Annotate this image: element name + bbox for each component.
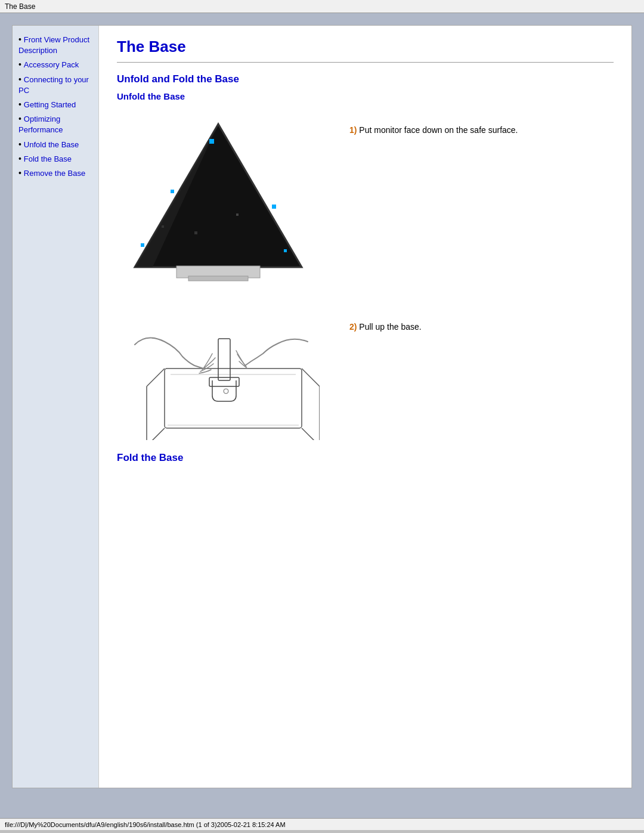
svg-line-16 xyxy=(147,428,165,440)
svg-rect-22 xyxy=(218,339,230,380)
base-image-area xyxy=(117,309,332,440)
nav-item-accessory: Accessory Pack xyxy=(18,60,92,70)
nav-item-optimizing: Optimizing Performance xyxy=(18,114,92,135)
monitor-image xyxy=(117,112,320,291)
svg-rect-9 xyxy=(162,225,164,228)
nav-link-front-view[interactable]: Front View Product Description xyxy=(18,35,89,55)
svg-line-15 xyxy=(147,368,165,386)
step2-area: 2) Pull up the base. xyxy=(117,309,614,440)
fold-base-section: Fold the Base xyxy=(117,452,614,464)
svg-rect-2 xyxy=(209,139,214,144)
nav-item-getting-started: Getting Started xyxy=(18,100,92,110)
monitor-image-area xyxy=(117,112,332,297)
nav-link-fold[interactable]: Fold the Base xyxy=(24,154,72,163)
page-title: The Base xyxy=(117,38,614,56)
svg-rect-6 xyxy=(284,249,287,252)
svg-rect-8 xyxy=(236,213,239,216)
svg-point-24 xyxy=(224,389,228,394)
svg-line-19 xyxy=(302,428,320,440)
step1-instruction: 1) Put monitor face down on the safe sur… xyxy=(332,112,614,137)
section-heading: Unfold and Fold the Base xyxy=(117,73,614,85)
nav-item-fold: Fold the Base xyxy=(18,154,92,165)
step1-description: Put monitor face down on the safe surfac… xyxy=(359,125,518,135)
step2-text: 2) Pull up the base. xyxy=(349,321,614,333)
svg-rect-4 xyxy=(272,205,276,209)
nav-item-connecting: Connecting to your PC xyxy=(18,75,92,96)
title-bar-text: The Base xyxy=(5,2,35,11)
svg-rect-11 xyxy=(188,276,248,281)
svg-rect-7 xyxy=(194,231,197,234)
nav-list: Front View Product Description Accessory… xyxy=(18,35,92,179)
svg-rect-5 xyxy=(141,243,144,247)
step1-text: 1) Put monitor face down on the safe sur… xyxy=(349,124,614,137)
svg-rect-3 xyxy=(171,190,174,193)
sub-heading: Unfold the Base xyxy=(117,91,614,101)
main-content: The Base Unfold and Fold the Base Unfold… xyxy=(99,26,631,788)
svg-rect-23 xyxy=(209,377,239,386)
base-image xyxy=(117,309,320,440)
svg-line-18 xyxy=(302,368,320,386)
nav-item-unfold: Unfold the Base xyxy=(18,140,92,150)
page-container: Front View Product Description Accessory… xyxy=(12,25,632,788)
nav-link-unfold[interactable]: Unfold the Base xyxy=(24,140,79,149)
step2-description: Pull up the base. xyxy=(359,322,421,332)
status-bar: file:///D|/My%20Documents/dfu/A9/english… xyxy=(0,818,644,830)
nav-link-remove[interactable]: Remove the Base xyxy=(24,169,85,178)
nav-link-optimizing[interactable]: Optimizing Performance xyxy=(18,114,63,134)
sidebar: Front View Product Description Accessory… xyxy=(13,26,99,788)
step1-area: 1) Put monitor face down on the safe sur… xyxy=(117,112,614,297)
title-bar: The Base xyxy=(0,0,644,13)
nav-link-connecting[interactable]: Connecting to your PC xyxy=(18,75,89,95)
status-bar-text: file:///D|/My%20Documents/dfu/A9/english… xyxy=(5,821,286,828)
nav-item-front-view: Front View Product Description xyxy=(18,35,92,56)
nav-link-accessory[interactable]: Accessory Pack xyxy=(24,60,79,69)
step2-number: 2) xyxy=(349,322,357,332)
divider xyxy=(117,62,614,63)
fold-heading: Fold the Base xyxy=(117,452,614,464)
step1-number: 1) xyxy=(349,125,357,135)
nav-link-getting-started[interactable]: Getting Started xyxy=(24,100,76,109)
step2-instruction: 2) Pull up the base. xyxy=(332,309,614,333)
nav-item-remove: Remove the Base xyxy=(18,168,92,179)
browser-content: Front View Product Description Accessory… xyxy=(0,13,644,818)
